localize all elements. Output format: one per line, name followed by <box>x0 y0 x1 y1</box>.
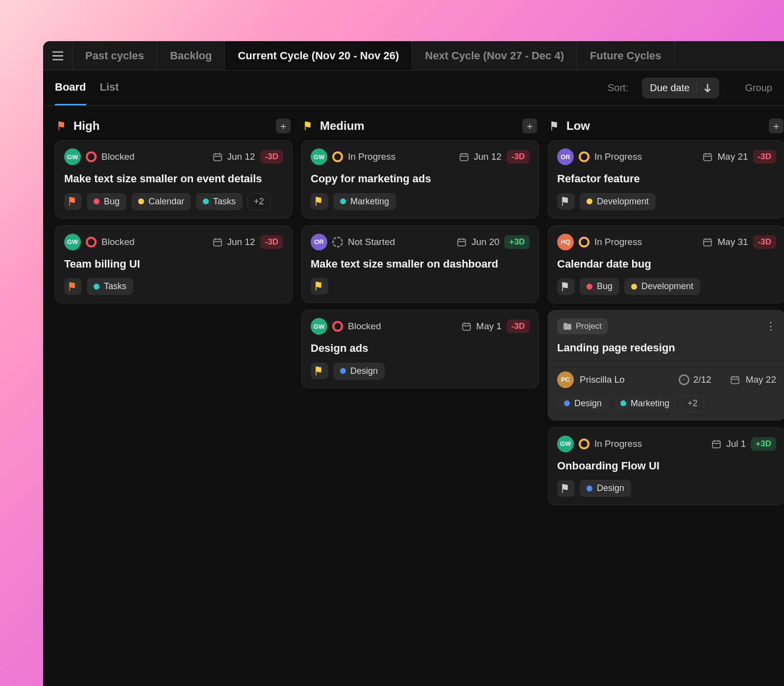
status-ring-icon <box>332 151 343 162</box>
top-tabs: Past cyclesBacklogCurrent Cycle (Nov 20 … <box>43 41 784 71</box>
svg-rect-4 <box>463 323 470 330</box>
priority-flag-icon[interactable] <box>557 278 575 295</box>
avatar: GW <box>64 234 81 250</box>
status-text: In Progress <box>594 237 642 247</box>
priority-flag-icon[interactable] <box>557 480 575 497</box>
date-delta: -3D <box>507 150 530 164</box>
task-title: Team billing UI <box>64 257 283 271</box>
date: May 22 <box>746 374 776 385</box>
column-medium: Medium ＋ GW In Progress Jun 12 -3D Copy … <box>301 115 539 512</box>
assignee-name: Priscilla Lo <box>580 374 625 385</box>
status-ring-icon <box>86 151 97 162</box>
date-delta: -3D <box>260 235 283 249</box>
task-title: Calendar date bug <box>557 257 776 271</box>
status-ring-icon <box>332 237 343 247</box>
task-card[interactable]: GW Blocked Jun 12 -3D Team billing UI Ta… <box>55 225 293 304</box>
project-card[interactable]: Project ⋮ Landing page redesign PC Prisc… <box>548 310 784 420</box>
tag-bug[interactable]: Bug <box>87 193 126 210</box>
tag-development[interactable]: Development <box>580 193 656 210</box>
tag-tasks[interactable]: Tasks <box>196 193 243 210</box>
view-tab[interactable]: List <box>100 71 119 105</box>
svg-rect-2 <box>460 154 468 161</box>
tag-marketing[interactable]: Marketing <box>333 193 396 210</box>
status-text: Blocked <box>348 321 381 332</box>
priority-flag-icon[interactable] <box>311 278 328 294</box>
due-date: May 31 <box>717 237 748 247</box>
more-tags[interactable]: +2 <box>247 193 270 210</box>
svg-rect-3 <box>458 239 466 246</box>
tag-bug[interactable]: Bug <box>580 278 619 295</box>
top-tab[interactable]: Future Cycles <box>577 41 675 70</box>
sort-label: Sort: <box>608 82 628 94</box>
tag-calendar[interactable]: Calendar <box>131 193 191 210</box>
priority-flag-icon[interactable] <box>311 363 328 379</box>
svg-rect-6 <box>704 239 711 246</box>
add-card-button[interactable]: ＋ <box>769 119 784 133</box>
task-card[interactable]: HQ In Progress May 31 -3D Calendar date … <box>548 225 784 304</box>
svg-rect-8 <box>712 441 720 448</box>
status-text: In Progress <box>594 439 642 449</box>
tag-design[interactable]: Design <box>557 395 609 412</box>
avatar: HQ <box>557 234 574 250</box>
tag-design[interactable]: Design <box>580 480 631 497</box>
calendar-icon <box>703 237 712 247</box>
due-date: Jun 12 <box>227 237 255 247</box>
flag-icon <box>303 121 314 131</box>
add-card-button[interactable]: ＋ <box>522 119 537 133</box>
avatar: GW <box>557 436 574 452</box>
task-title: Onboarding Flow UI <box>557 459 776 473</box>
progress: ✓ 2/12 <box>679 374 711 385</box>
status-text: Blocked <box>101 237 135 247</box>
kebab-icon[interactable]: ⋮ <box>765 320 776 333</box>
task-card[interactable]: OR In Progress May 21 -3D Refactor featu… <box>548 140 784 219</box>
task-card[interactable]: GW In Progress Jun 12 -3D Copy for marke… <box>301 140 539 219</box>
tag-development[interactable]: Development <box>624 278 700 295</box>
tag-design[interactable]: Design <box>333 363 385 380</box>
priority-flag-icon[interactable] <box>311 193 328 210</box>
avatar: PC <box>557 371 574 388</box>
task-card[interactable]: GW In Progress Jul 1 +3D Onboarding Flow… <box>548 427 784 506</box>
due-date: Jun 20 <box>471 237 499 247</box>
date-delta: -3D <box>753 150 776 164</box>
top-tab[interactable]: Current Cycle (Nov 20 - Nov 26) <box>225 41 412 70</box>
task-card[interactable]: GW Blocked May 1 -3D Design ads Design <box>301 310 539 388</box>
date-delta: -3D <box>753 235 776 249</box>
avatar: OR <box>557 148 574 165</box>
top-tab[interactable]: Next Cycle (Nov 27 - Dec 4) <box>412 41 577 70</box>
group-label: Group <box>733 82 772 94</box>
calendar-icon <box>459 152 469 162</box>
view-row: BoardList Sort: Due date Group <box>43 71 784 106</box>
flag-icon <box>57 121 68 131</box>
calendar-icon <box>711 439 721 449</box>
task-card[interactable]: GW Blocked Jun 12 -3D Make text size sma… <box>55 140 293 219</box>
sort-selector[interactable]: Due date <box>642 77 719 98</box>
sort-value: Due date <box>650 82 689 94</box>
tag-tasks[interactable]: Tasks <box>87 278 133 295</box>
priority-flag-icon[interactable] <box>64 278 82 295</box>
more-tags[interactable]: +2 <box>681 395 704 412</box>
top-tab[interactable]: Backlog <box>157 41 225 70</box>
task-card[interactable]: OR Not Started Jun 20 +3D Make text size… <box>301 225 539 303</box>
menu-button[interactable] <box>43 41 73 70</box>
due-date: Jul 1 <box>726 439 746 449</box>
task-title: Make text size smaller on event details <box>64 172 283 186</box>
top-tab[interactable]: Past cycles <box>73 41 157 70</box>
flag-icon <box>550 121 561 131</box>
add-card-button[interactable]: ＋ <box>276 119 291 133</box>
column-title: Low <box>566 119 590 133</box>
tag-marketing[interactable]: Marketing <box>613 395 676 412</box>
arrow-down-icon <box>704 84 711 93</box>
column-high: High ＋ GW Blocked Jun 12 -3D Make text s… <box>55 115 293 512</box>
date-delta: -3D <box>507 319 530 333</box>
status-ring-icon <box>579 439 589 449</box>
priority-flag-icon[interactable] <box>557 193 575 210</box>
column-header-high: High ＋ <box>55 115 293 140</box>
status-text: Not Started <box>348 237 395 247</box>
avatar: GW <box>311 318 327 335</box>
svg-rect-0 <box>214 154 221 161</box>
status-ring-icon <box>86 237 97 247</box>
column-title: High <box>74 119 99 133</box>
priority-flag-icon[interactable] <box>64 193 82 210</box>
status-text: In Progress <box>348 151 395 162</box>
view-tab[interactable]: Board <box>55 71 86 105</box>
